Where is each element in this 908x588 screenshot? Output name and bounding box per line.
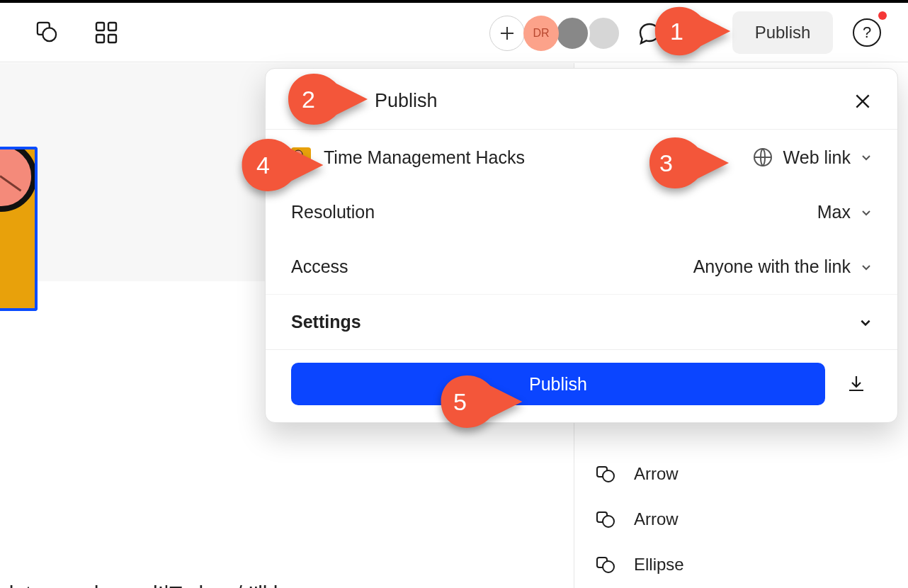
shape-tool-icon[interactable] bbox=[35, 21, 58, 43]
layer-item[interactable]: Ellipse bbox=[574, 542, 908, 587]
app-grid-icon[interactable] bbox=[95, 21, 118, 44]
layer-label: Arrow bbox=[634, 509, 679, 529]
access-value: Anyone with the link bbox=[693, 256, 851, 277]
annotation-number: 1 bbox=[670, 18, 683, 45]
chevron-down-icon bbox=[861, 152, 872, 163]
document-text: k to my channel!¦Today, / I'll be ile st… bbox=[0, 521, 329, 588]
collaborator-avatars: DR bbox=[528, 16, 621, 51]
project-row[interactable]: Time Management Hacks Web link bbox=[266, 130, 897, 185]
shape-layer-icon bbox=[596, 465, 617, 482]
doc-line-1: k to my channel!¦Today, / I'll be bbox=[9, 582, 297, 588]
resolution-label: Resolution bbox=[291, 202, 375, 222]
shape-layer-icon bbox=[596, 556, 617, 573]
chevron-down-icon bbox=[859, 316, 872, 329]
annotation-callout-2: 2 bbox=[282, 71, 374, 128]
annotation-callout-5: 5 bbox=[433, 373, 530, 431]
annotation-callout-4: 4 bbox=[237, 136, 329, 194]
publish-confirm-label: Publish bbox=[529, 374, 587, 395]
annotation-number: 3 bbox=[659, 149, 673, 177]
help-button[interactable]: ? bbox=[853, 18, 881, 47]
annotation-callout-3: 3 bbox=[640, 135, 739, 191]
chevron-down-icon bbox=[861, 207, 872, 218]
publish-target-label: Web link bbox=[783, 147, 851, 168]
svg-point-9 bbox=[603, 516, 614, 527]
publish-target-select[interactable]: Web link bbox=[752, 147, 872, 168]
globe-icon bbox=[752, 147, 773, 168]
avatar-3[interactable] bbox=[586, 16, 621, 51]
avatar-2[interactable] bbox=[555, 16, 590, 51]
top-toolbar: DR Publish ? bbox=[0, 0, 908, 62]
annotation-callout-1: 1 bbox=[650, 4, 735, 58]
selected-frame-thumbnail[interactable] bbox=[0, 147, 38, 311]
add-button[interactable] bbox=[489, 16, 525, 51]
settings-label: Settings bbox=[291, 312, 361, 332]
download-icon bbox=[846, 373, 867, 395]
download-button[interactable] bbox=[841, 368, 872, 400]
svg-rect-2 bbox=[96, 23, 104, 30]
annotation-number: 5 bbox=[453, 388, 467, 416]
access-label: Access bbox=[291, 256, 348, 277]
svg-point-1 bbox=[42, 28, 56, 41]
svg-rect-4 bbox=[96, 35, 104, 43]
layer-item[interactable]: Arrow bbox=[574, 451, 908, 497]
annotation-number: 2 bbox=[302, 86, 315, 113]
svg-point-7 bbox=[603, 470, 614, 482]
svg-rect-3 bbox=[108, 23, 116, 30]
publish-confirm-button[interactable]: Publish bbox=[291, 363, 825, 405]
layer-label: Arrow bbox=[634, 464, 679, 484]
annotation-number: 4 bbox=[256, 152, 270, 179]
close-icon[interactable] bbox=[853, 92, 872, 111]
resolution-row[interactable]: Resolution Max bbox=[266, 185, 897, 239]
access-row[interactable]: Access Anyone with the link bbox=[266, 239, 897, 294]
modal-title: Publish bbox=[375, 90, 438, 112]
settings-row[interactable]: Settings bbox=[266, 294, 897, 349]
project-name: Time Management Hacks bbox=[324, 147, 525, 168]
layer-label: Ellipse bbox=[634, 555, 684, 575]
clock-icon bbox=[0, 147, 37, 212]
plus-icon bbox=[499, 26, 515, 41]
svg-rect-5 bbox=[108, 35, 116, 43]
publish-button-top[interactable]: Publish bbox=[732, 11, 833, 54]
notification-dot-icon bbox=[878, 11, 887, 20]
avatar-1[interactable]: DR bbox=[523, 16, 559, 51]
resolution-value: Max bbox=[817, 202, 851, 222]
layer-item[interactable]: Arrow bbox=[574, 497, 908, 542]
shape-layer-icon bbox=[596, 511, 617, 528]
svg-point-11 bbox=[603, 561, 614, 572]
chevron-down-icon bbox=[861, 261, 872, 273]
